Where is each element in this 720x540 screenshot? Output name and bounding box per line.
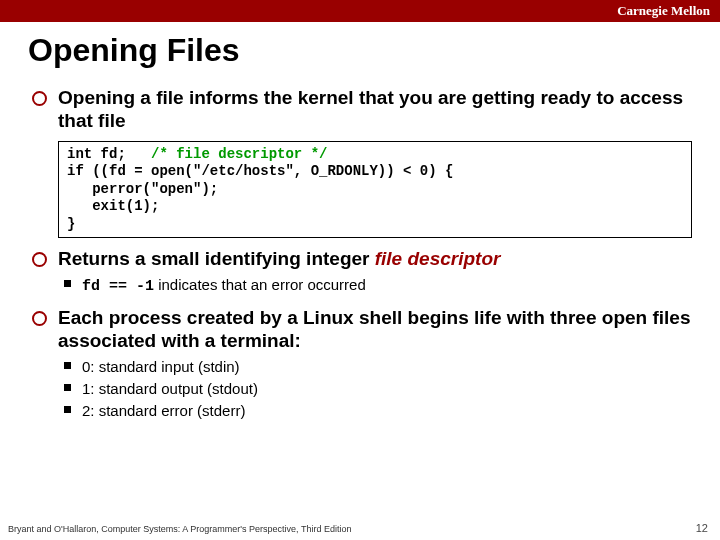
bullet-item: Opening a file informs the kernel that y… [28, 87, 692, 238]
org-name: Carnegie Mellon [617, 3, 710, 19]
footer-citation: Bryant and O'Hallaron, Computer Systems:… [8, 524, 351, 534]
bullet-lead: Each process created by a Linux shell be… [58, 307, 692, 353]
sub-item: 1: standard output (stdout) [58, 379, 692, 399]
code-block: int fd; /* file descriptor */ if ((fd = … [58, 141, 692, 239]
bullet-lead: Opening a file informs the kernel that y… [58, 87, 692, 133]
bullet-lead: Returns a small identifying integer file… [58, 248, 692, 271]
sub-list: fd == -1 indicates that an error occurre… [58, 275, 692, 297]
sub-item: 0: standard input (stdin) [58, 357, 692, 377]
bullet-item: Returns a small identifying integer file… [28, 248, 692, 297]
sub-text: indicates that an error occurred [154, 276, 366, 293]
slide-title: Opening Files [28, 32, 692, 69]
lead-text: Returns a small identifying integer [58, 248, 375, 269]
page-number: 12 [696, 522, 708, 534]
mono-text: fd == -1 [82, 278, 154, 295]
sub-item: 2: standard error (stderr) [58, 401, 692, 421]
code-decl: int fd; [67, 146, 151, 162]
code-comment: /* file descriptor */ [151, 146, 327, 162]
header-bar: Carnegie Mellon [0, 0, 720, 22]
bullet-item: Each process created by a Linux shell be… [28, 307, 692, 421]
footer: Bryant and O'Hallaron, Computer Systems:… [8, 522, 708, 534]
sub-item: fd == -1 indicates that an error occurre… [58, 275, 692, 297]
code-body: if ((fd = open("/etc/hosts", O_RDONLY)) … [67, 163, 453, 232]
lead-emph: file descriptor [375, 248, 501, 269]
sub-list: 0: standard input (stdin) 1: standard ou… [58, 357, 692, 422]
bullet-list: Opening a file informs the kernel that y… [28, 87, 692, 421]
slide-content: Opening Files Opening a file informs the… [0, 22, 720, 421]
